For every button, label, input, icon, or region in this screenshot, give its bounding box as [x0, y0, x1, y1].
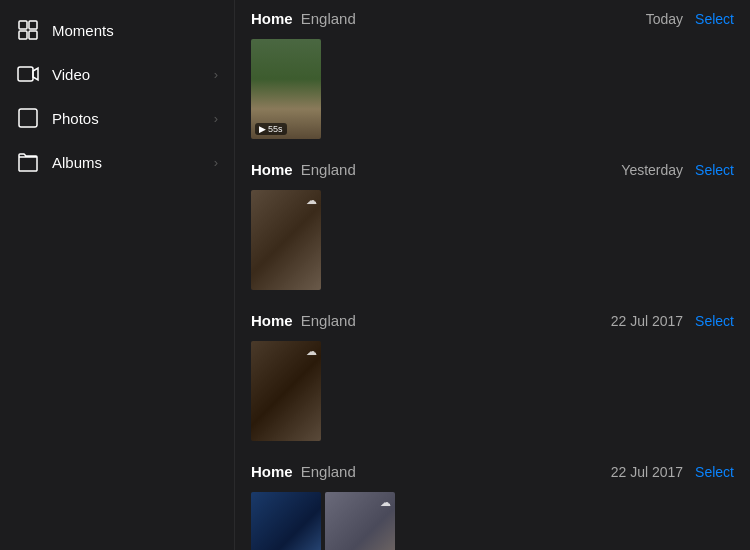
select-button-yesterday[interactable]: Select	[695, 162, 734, 178]
albums-icon	[16, 150, 40, 174]
location-jul1: Home England	[251, 312, 356, 329]
location-jul2: Home England	[251, 463, 356, 480]
moments-icon	[16, 18, 40, 42]
select-button-jul2[interactable]: Select	[695, 464, 734, 480]
section-yesterday: Home England Yesterday Select ☁	[235, 151, 750, 302]
location-today: Home England	[251, 10, 356, 27]
photo-thumb[interactable]: ☁	[251, 190, 321, 290]
location-sub-4: England	[301, 463, 356, 480]
location-home-3: Home	[251, 312, 293, 329]
date-jul2: 22 Jul 2017	[611, 464, 683, 480]
section-jul1: Home England 22 Jul 2017 Select ☁	[235, 302, 750, 453]
svg-rect-1	[29, 21, 37, 29]
cloud-icon: ☁	[306, 194, 317, 207]
photo-thumb[interactable]: ☁	[251, 341, 321, 441]
date-today: Today	[646, 11, 683, 27]
svg-rect-0	[19, 21, 27, 29]
svg-rect-2	[19, 31, 27, 39]
photo-grid-yesterday: ☁	[235, 184, 750, 302]
main-content: Home England Today Select ▶ 55s Home Eng…	[235, 0, 750, 550]
photo-thumb[interactable]: ☁	[325, 492, 395, 550]
sidebar-item-albums[interactable]: Albums ›	[0, 140, 234, 184]
cloud-icon: ☁	[306, 345, 317, 358]
location-home-1: Home	[251, 10, 293, 27]
video-cam-icon: ▶	[259, 124, 266, 134]
cloud-icon: ☁	[380, 496, 391, 509]
section-today: Home England Today Select ▶ 55s	[235, 0, 750, 151]
photo-thumb[interactable]: ▶ 55s	[251, 39, 321, 139]
svg-rect-3	[29, 31, 37, 39]
photo-grid-jul1: ☁	[235, 335, 750, 453]
photo-grid-jul2: ☁	[235, 486, 750, 550]
location-home-2: Home	[251, 161, 293, 178]
location-home-4: Home	[251, 463, 293, 480]
section-header-yesterday: Home England Yesterday Select	[235, 151, 750, 184]
video-label: Video	[52, 66, 214, 83]
select-button-today[interactable]: Select	[695, 11, 734, 27]
albums-label: Albums	[52, 154, 214, 171]
photo-thumb[interactable]	[251, 492, 321, 550]
video-icon	[16, 62, 40, 86]
date-yesterday: Yesterday	[621, 162, 683, 178]
video-chevron-icon: ›	[214, 67, 218, 82]
photos-chevron-icon: ›	[214, 111, 218, 126]
svg-rect-5	[19, 109, 37, 127]
svg-rect-4	[18, 67, 33, 81]
select-button-jul1[interactable]: Select	[695, 313, 734, 329]
location-sub-1: England	[301, 10, 356, 27]
location-yesterday: Home England	[251, 161, 356, 178]
section-header-today: Home England Today Select	[235, 0, 750, 33]
sidebar-item-photos[interactable]: Photos ›	[0, 96, 234, 140]
section-header-jul2: Home England 22 Jul 2017 Select	[235, 453, 750, 486]
photos-label: Photos	[52, 110, 214, 127]
sidebar-item-video[interactable]: Video ›	[0, 52, 234, 96]
video-badge: ▶ 55s	[255, 123, 287, 135]
photos-icon	[16, 106, 40, 130]
video-duration: 55s	[268, 124, 283, 134]
sidebar: Moments Video › Photos › Albums ›	[0, 0, 235, 550]
moments-label: Moments	[52, 22, 218, 39]
albums-chevron-icon: ›	[214, 155, 218, 170]
location-sub-2: England	[301, 161, 356, 178]
location-sub-3: England	[301, 312, 356, 329]
photo-grid-today: ▶ 55s	[235, 33, 750, 151]
sidebar-item-moments[interactable]: Moments	[0, 8, 234, 52]
section-header-jul1: Home England 22 Jul 2017 Select	[235, 302, 750, 335]
date-jul1: 22 Jul 2017	[611, 313, 683, 329]
section-jul2: Home England 22 Jul 2017 Select ☁	[235, 453, 750, 550]
